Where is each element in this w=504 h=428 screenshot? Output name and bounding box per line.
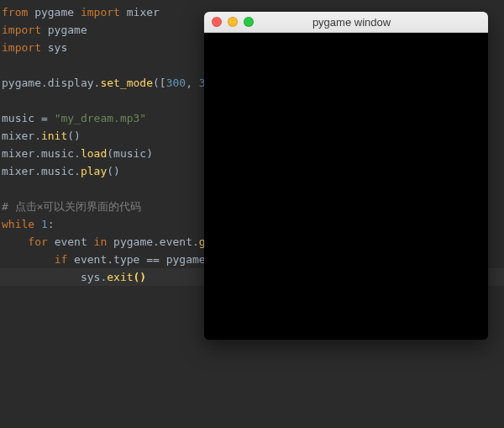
code-token: # 点击×可以关闭界面的代码 — [2, 200, 141, 213]
code-token: () — [134, 271, 147, 283]
code-token: music = — [2, 112, 55, 124]
code-token: 1 — [41, 218, 48, 230]
window-title: pygame window — [215, 16, 488, 29]
code-token: "my_dream.mp3" — [55, 112, 147, 124]
code-token — [2, 235, 28, 248]
code-token: import — [2, 24, 48, 36]
code-token: set_mode — [100, 77, 153, 89]
code-token: : — [48, 218, 55, 230]
code-token: load — [81, 147, 107, 160]
code-token: mixer.music. — [2, 147, 81, 160]
code-token: pygame — [48, 24, 87, 36]
code-token: pygame.display. — [2, 77, 100, 89]
code-token: mixer — [127, 6, 160, 18]
code-token: pygame.event. — [113, 235, 199, 248]
code-token: exit — [107, 271, 133, 283]
pygame-window[interactable]: pygame window — [204, 12, 488, 340]
code-token: for — [28, 235, 54, 248]
code-token: play — [81, 165, 107, 177]
code-token: while — [2, 218, 41, 230]
code-token: ([ — [153, 77, 166, 89]
code-token: () — [67, 129, 81, 142]
code-token: if — [55, 253, 74, 266]
code-token — [2, 253, 55, 266]
code-token: () — [107, 165, 120, 177]
code-token: 300 — [166, 77, 186, 89]
code-token: sys — [48, 41, 67, 54]
code-token: mixer.music. — [2, 165, 81, 177]
pygame-canvas[interactable] — [204, 33, 488, 340]
code-token: import — [2, 41, 48, 54]
code-token: from — [2, 6, 34, 18]
code-token: , — [186, 77, 199, 89]
titlebar[interactable]: pygame window — [204, 12, 488, 33]
code-token: (music) — [107, 147, 153, 160]
code-token: sys. — [2, 271, 107, 283]
code-token: import — [81, 6, 127, 18]
code-token: init — [41, 129, 67, 142]
code-token: event — [55, 235, 94, 248]
code-token: in — [94, 235, 113, 248]
code-token: pygame — [34, 6, 81, 18]
code-token: mixer. — [2, 129, 41, 142]
